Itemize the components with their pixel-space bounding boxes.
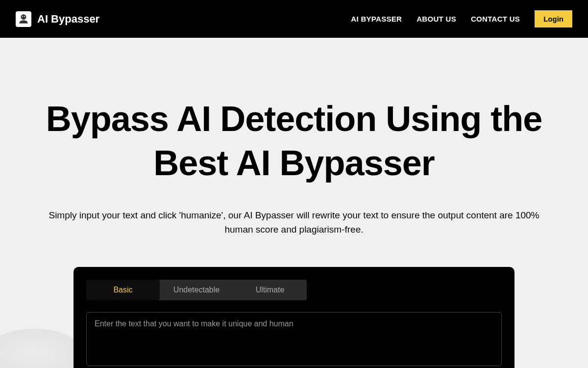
nav-link-about[interactable]: ABOUT US <box>416 15 456 23</box>
svg-point-2 <box>24 16 25 17</box>
logo-section[interactable]: AI Bypasser <box>16 11 99 27</box>
logo-icon <box>16 11 31 27</box>
svg-point-0 <box>21 14 26 20</box>
tab-undetectable[interactable]: Undetectable <box>160 280 233 300</box>
logo-text: AI Bypasser <box>37 13 99 26</box>
svg-point-1 <box>22 16 23 17</box>
login-button[interactable]: Login <box>535 10 572 27</box>
tab-basic[interactable]: Basic <box>86 280 160 300</box>
tab-ultimate[interactable]: Ultimate <box>233 280 307 300</box>
hero-subtitle: Simply input your text and click 'humani… <box>44 209 544 237</box>
tool-container: Basic Undetectable Ultimate <box>74 267 514 368</box>
main-header: AI Bypasser AI BYPASSER ABOUT US CONTACT… <box>0 0 588 38</box>
main-content: Bypass AI Detection Using the Best AI By… <box>0 38 588 368</box>
nav-section: AI BYPASSER ABOUT US CONTACT US Login <box>351 10 572 27</box>
textarea-wrapper <box>86 312 502 366</box>
text-input[interactable] <box>95 319 493 337</box>
hero-title: Bypass AI Detection Using the Best AI By… <box>24 97 564 185</box>
nav-link-bypasser[interactable]: AI BYPASSER <box>351 15 402 23</box>
nav-link-contact[interactable]: CONTACT US <box>471 15 520 23</box>
mode-tabs: Basic Undetectable Ultimate <box>86 280 307 300</box>
